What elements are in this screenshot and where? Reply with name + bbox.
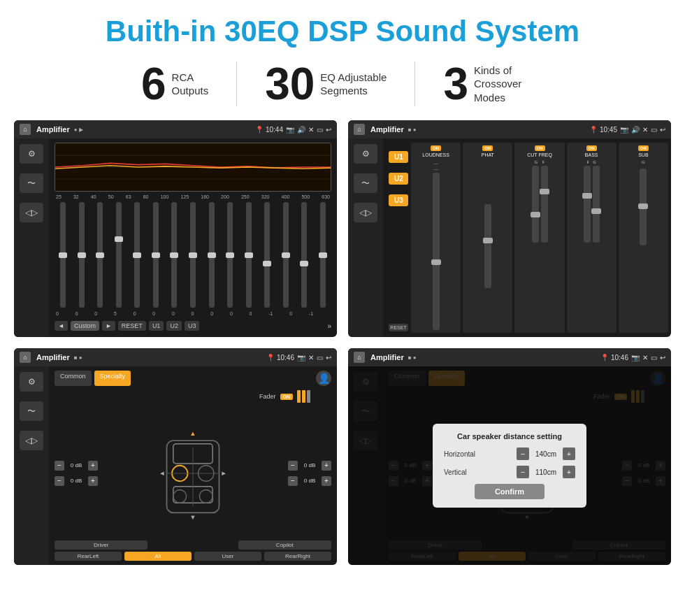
slider-8[interactable] xyxy=(185,202,202,310)
page-title: Buith-in 30EQ DSP Sound System xyxy=(0,0,685,55)
eq-custom-btn[interactable]: Custom xyxy=(71,321,99,331)
screen3-title: Amplifier xyxy=(36,353,70,361)
slider-6[interactable] xyxy=(147,202,165,310)
screen-common: ⌂ Amplifier ■ ● 📍 10:46 📷 ✕ ▭ ↩ ⚙ 〜 ◁▷ C… xyxy=(14,348,337,565)
vertical-minus-btn[interactable]: − xyxy=(517,466,529,478)
common-main: Common Specialty 👤 Fader ON xyxy=(49,366,337,565)
horizontal-value: 140cm xyxy=(532,450,560,458)
eq-reset-btn[interactable]: RESET xyxy=(118,321,146,331)
profile-icon[interactable]: 👤 xyxy=(316,371,331,386)
fader-label: Fader xyxy=(259,393,276,400)
db-plus-br[interactable]: + xyxy=(322,476,331,486)
rearleft-btn[interactable]: RearLeft xyxy=(55,552,122,561)
tab-common[interactable]: Common xyxy=(55,371,92,386)
bass-on[interactable]: ON xyxy=(586,145,597,151)
eq-sidebar-btn-1[interactable]: ⚙ xyxy=(20,144,43,164)
slider-1[interactable] xyxy=(55,202,72,310)
amp-reset-btn[interactable]: RESET xyxy=(389,324,408,331)
eq-next-btn[interactable]: ► xyxy=(102,321,115,331)
bottom-btn-row-3: Driver Copilot xyxy=(55,540,331,550)
db-val-bl: 0 dB xyxy=(66,478,86,484)
slider-14[interactable] xyxy=(296,202,313,310)
home-icon-2[interactable]: ⌂ xyxy=(354,124,365,135)
tab-specialty[interactable]: Specialty xyxy=(94,371,131,386)
db-minus-tl[interactable]: − xyxy=(55,461,64,471)
user-btn[interactable]: User xyxy=(194,552,261,561)
amp-sidebar-btn-3[interactable]: ◁▷ xyxy=(354,203,377,222)
fader-on-btn[interactable]: ON xyxy=(280,394,294,400)
eq-graph xyxy=(55,143,331,192)
screen2-status-icons: 📍 10:45 📷 🔊 ✕ ▭ ↩ xyxy=(589,126,665,134)
db-minus-br[interactable]: − xyxy=(288,476,298,486)
all-btn[interactable]: All xyxy=(124,552,192,561)
driver-btn[interactable]: Driver xyxy=(55,540,147,550)
db-minus-bl[interactable]: − xyxy=(55,476,64,486)
amp-sidebar-btn-1[interactable]: ⚙ xyxy=(354,144,377,164)
slider-3[interactable] xyxy=(92,202,109,310)
phat-on[interactable]: ON xyxy=(482,145,493,151)
tab-row: Common Specialty 👤 xyxy=(55,371,331,386)
sub-on[interactable]: ON xyxy=(638,145,649,151)
svg-text:◄: ◄ xyxy=(159,470,165,477)
db-val-br: 0 dB xyxy=(300,478,319,484)
eq-prev-btn[interactable]: ◄ xyxy=(55,321,68,331)
screen2-title: Amplifier xyxy=(370,125,404,134)
db-control-top-right: − 0 dB + xyxy=(288,461,331,471)
status-bar-2: ⌂ Amplifier ■ ● 📍 10:45 📷 🔊 ✕ ▭ ↩ xyxy=(348,120,671,138)
db-plus-bl[interactable]: + xyxy=(88,476,98,486)
home-icon-3[interactable]: ⌂ xyxy=(20,352,31,363)
fader-row: Fader ON xyxy=(55,390,331,403)
eq-sidebar-btn-2[interactable]: 〜 xyxy=(20,173,43,193)
sub-col: ON SUB G xyxy=(619,143,668,333)
common-sidebar-btn-1[interactable]: ⚙ xyxy=(20,372,43,392)
common-sidebar-btn-2[interactable]: 〜 xyxy=(20,401,43,421)
amp-sidebar-btn-2[interactable]: 〜 xyxy=(354,173,377,193)
stat-crossover: 3 Kinds ofCrossover Modes xyxy=(415,62,572,106)
confirm-button[interactable]: Confirm xyxy=(475,484,545,499)
common-sidebar-btn-3[interactable]: ◁▷ xyxy=(20,431,43,450)
loudness-on[interactable]: ON xyxy=(431,145,441,151)
loudness-col: ON LOUDNESS — — xyxy=(411,143,461,333)
eq-u1-btn[interactable]: U1 xyxy=(149,321,164,331)
vertical-plus-btn[interactable]: + xyxy=(563,466,575,478)
slider-15[interactable] xyxy=(314,202,331,310)
slider-2[interactable] xyxy=(73,202,91,310)
rearright-btn[interactable]: RearRight xyxy=(264,552,331,561)
eq-sidebar-btn-3[interactable]: ◁▷ xyxy=(20,203,43,222)
copilot-btn[interactable]: Copilot xyxy=(238,540,331,550)
slider-4[interactable] xyxy=(110,202,128,310)
horizontal-row: Horizontal − 140cm + xyxy=(444,447,575,460)
freq-labels: 2532405063 80100125160200 25032040050063… xyxy=(55,194,331,199)
slider-9[interactable] xyxy=(203,202,220,310)
u1-btn[interactable]: U1 xyxy=(389,151,408,163)
eq-u3-btn[interactable]: U3 xyxy=(185,321,200,331)
horizontal-plus-btn[interactable]: + xyxy=(563,447,575,460)
db-plus-tl[interactable]: + xyxy=(88,461,98,471)
left-controls: − 0 dB + − 0 dB + xyxy=(55,408,98,538)
db-control-bottom-left: − 0 dB + xyxy=(55,476,98,486)
slider-13[interactable] xyxy=(277,202,294,310)
slider-10[interactable] xyxy=(222,202,239,310)
slider-11[interactable] xyxy=(240,202,257,310)
slider-7[interactable] xyxy=(166,202,183,310)
phat-col: ON PHAT xyxy=(463,143,512,333)
vertical-label: Vertical xyxy=(444,468,486,476)
home-icon-1[interactable]: ⌂ xyxy=(20,124,31,135)
slider-5[interactable] xyxy=(129,202,146,310)
horizontal-minus-btn[interactable]: − xyxy=(517,447,529,460)
db-plus-tr[interactable]: + xyxy=(322,461,331,471)
stat-text-eq: EQ AdjustableSegments xyxy=(320,71,387,98)
screen3-dots: ■ ● xyxy=(74,354,82,361)
slider-12[interactable] xyxy=(259,202,276,310)
fader-sliders xyxy=(297,390,310,403)
u2-btn[interactable]: U2 xyxy=(389,173,408,185)
db-minus-tr[interactable]: − xyxy=(288,461,298,471)
speaker-area: − 0 dB + − 0 dB + xyxy=(55,408,331,538)
sub-label: SUB xyxy=(638,152,648,157)
eq-u2-btn[interactable]: U2 xyxy=(166,321,182,331)
u3-btn[interactable]: U3 xyxy=(389,194,408,206)
cutfreq-on[interactable]: ON xyxy=(535,145,545,151)
screens-grid: ⌂ Amplifier ● ▶ 📍 10:44 📷 🔊 ✕ ▭ ↩ ⚙ 〜 ◁▷ xyxy=(0,113,685,572)
home-icon-4[interactable]: ⌂ xyxy=(354,352,365,363)
screen-eq: ⌂ Amplifier ● ▶ 📍 10:44 📷 🔊 ✕ ▭ ↩ ⚙ 〜 ◁▷ xyxy=(14,120,337,337)
